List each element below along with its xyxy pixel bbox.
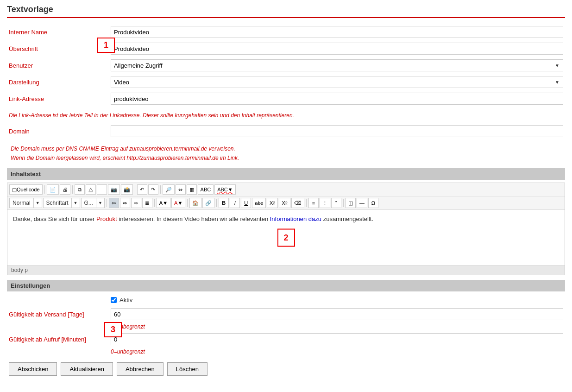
toolbar-btn-undo[interactable]: ↶ bbox=[137, 184, 147, 195]
darstellung-label: Darstellung bbox=[7, 74, 109, 90]
toolbar-btn-paste[interactable]: ⧋ bbox=[86, 184, 96, 195]
font-select-arrow[interactable]: ▼ bbox=[71, 198, 80, 208]
toolbar-btn-copy2[interactable]: ⧉ bbox=[75, 184, 85, 195]
subscript-button[interactable]: X2 bbox=[267, 198, 278, 208]
style-select-arrow[interactable]: ▼ bbox=[33, 198, 42, 208]
size-select-label: G... bbox=[82, 200, 96, 206]
strikethrough-button[interactable]: abc bbox=[252, 198, 266, 208]
table-button[interactable]: ◫ bbox=[346, 198, 356, 208]
aufruf-hint: 0=unbegrenzt bbox=[7, 348, 565, 356]
sep2 bbox=[72, 185, 73, 194]
aufruf-label: Gültigkeit ab Aufruf [Minuten] bbox=[9, 336, 111, 343]
toolbar-btn-print[interactable]: 🖨 bbox=[60, 184, 70, 195]
row-ueberschrift: Überschrift bbox=[7, 40, 565, 57]
domain-table: Domain bbox=[7, 123, 565, 139]
text-part3: interessieren. In diesem Video haben wir… bbox=[117, 215, 270, 222]
editor-statusbar: body p bbox=[7, 266, 565, 275]
row-domain: Domain bbox=[7, 123, 565, 139]
font-select-group: Schriftart ▼ bbox=[43, 198, 80, 208]
sep9 bbox=[306, 199, 307, 207]
text-part1: Danke, dass Sie sich für unser bbox=[13, 215, 96, 222]
superscript-button[interactable]: X2 bbox=[279, 198, 290, 208]
benutzer-select[interactable]: Allgemeine Zugriff bbox=[111, 59, 563, 71]
link-adresse-input[interactable] bbox=[111, 93, 563, 105]
abbrechen-button[interactable]: Abbrechen bbox=[117, 362, 163, 376]
domain-hint2: Wenn die Domain leergelassen wird, ersch… bbox=[9, 153, 563, 163]
interner-name-label: Interner Name bbox=[7, 24, 109, 40]
toolbar-btn-img[interactable]: 📷 bbox=[108, 184, 120, 195]
darstellung-select[interactable]: Video bbox=[111, 76, 563, 88]
row-link-adresse: Link-Adresse bbox=[7, 90, 565, 107]
editor-content-area[interactable]: Danke, dass Sie sich für unser Produkt i… bbox=[7, 210, 565, 266]
size-select-group: G... ▼ bbox=[81, 198, 105, 208]
toolbar-btn-spell2[interactable]: ABC▼ bbox=[214, 184, 236, 195]
domain-hints: Die Domain muss per DNS CNAME-Eintrag au… bbox=[7, 143, 565, 164]
font-color-button[interactable]: A▼ bbox=[157, 198, 170, 208]
ordered-list-button[interactable]: ≡ bbox=[308, 198, 319, 208]
hr-button[interactable]: — bbox=[357, 198, 367, 208]
font-select-label: Schriftart bbox=[44, 200, 71, 206]
unordered-list-button[interactable]: ⋮ bbox=[320, 198, 330, 208]
toolbar-btn-spell[interactable]: ABC bbox=[198, 184, 214, 195]
aktiv-checkbox[interactable] bbox=[111, 297, 117, 303]
toolbar-btn-copy3[interactable]: ⎹ bbox=[97, 184, 107, 195]
align-left-button[interactable]: ⇦ bbox=[109, 198, 119, 208]
size-select-arrow[interactable]: ▼ bbox=[96, 198, 104, 208]
editor-paragraph: Danke, dass Sie sich für unser Produkt i… bbox=[13, 215, 559, 224]
toolbar-btn-img2[interactable]: 📸 bbox=[121, 184, 133, 195]
interner-name-input[interactable] bbox=[111, 26, 563, 38]
highlight-color-button[interactable]: A▼ bbox=[171, 198, 185, 208]
toolbar-btn-replace[interactable]: ⇔ bbox=[176, 184, 186, 195]
text-part5: zusammengestellt. bbox=[321, 215, 373, 222]
text-link-informationen[interactable]: Informationen dazu bbox=[270, 215, 321, 222]
quellcode-icon: ▢ bbox=[12, 187, 17, 193]
ueberschrift-input[interactable] bbox=[111, 43, 563, 55]
sep10 bbox=[343, 199, 344, 207]
link-hint: Die Link-Adresse ist der letzte Teil in … bbox=[7, 111, 565, 120]
aktiv-label[interactable]: Aktiv bbox=[119, 297, 132, 303]
inhaltstext-section-header: Inhaltstext bbox=[7, 168, 565, 180]
toolbar-row-1: ▢ Quellcode 📄 🖨 ⧉ ⧋ ⎹ 📷 📸 ↶ ↷ 🔎 ⇔ ▦ ABC … bbox=[7, 183, 565, 196]
sep8 bbox=[216, 199, 217, 207]
einstellungen-section-header: Einstellungen bbox=[7, 280, 565, 291]
align-justify-button[interactable]: ≣ bbox=[142, 198, 152, 208]
marker-2: 2 bbox=[277, 228, 295, 247]
versand-input[interactable] bbox=[111, 308, 563, 320]
aktualisieren-button[interactable]: Aktualisieren bbox=[61, 362, 113, 376]
sep6 bbox=[154, 199, 155, 207]
marker-1: 1 bbox=[97, 38, 115, 53]
clear-format-button[interactable]: ⌫ bbox=[291, 198, 304, 208]
domain-input[interactable] bbox=[111, 125, 563, 137]
link-button[interactable]: 🔗 bbox=[202, 198, 214, 208]
aufruf-row: Gültigkeit ab Aufruf [Minuten] bbox=[7, 331, 565, 348]
special-char-button[interactable]: Ω bbox=[368, 198, 378, 208]
align-right-button[interactable]: ⇨ bbox=[131, 198, 141, 208]
aktiv-row: Aktiv bbox=[7, 294, 565, 306]
toolbar-btn-table-icon[interactable]: ▦ bbox=[187, 184, 197, 195]
align-center-button[interactable]: ⇔ bbox=[120, 198, 130, 208]
toolbar-btn-find[interactable]: 🔎 bbox=[163, 184, 175, 195]
sep1 bbox=[44, 185, 45, 194]
style-select-group: Normal ▼ bbox=[9, 198, 42, 208]
versand-row: Gültigkeit ab Versand [Tage] bbox=[7, 306, 565, 322]
text-link-produkt[interactable]: Produkt bbox=[96, 215, 117, 222]
image-insert-button[interactable]: 🏠 bbox=[189, 198, 201, 208]
italic-button[interactable]: I bbox=[230, 198, 240, 208]
bold-button[interactable]: B bbox=[219, 198, 229, 208]
quellcode-button[interactable]: ▢ Quellcode bbox=[9, 184, 43, 195]
row-darstellung: Darstellung Video bbox=[7, 74, 565, 90]
blockquote-button[interactable]: “ bbox=[331, 198, 341, 208]
sep7 bbox=[187, 199, 188, 207]
domain-hint1: Die Domain muss per DNS CNAME-Eintrag au… bbox=[9, 144, 563, 153]
underline-button[interactable]: U bbox=[241, 198, 251, 208]
link-adresse-label: Link-Adresse bbox=[7, 90, 109, 107]
aufruf-input[interactable] bbox=[111, 333, 563, 345]
form-table: Interner Name Überschrift Benutzer Allge… bbox=[7, 24, 565, 107]
versand-value bbox=[111, 308, 563, 320]
loeschen-button[interactable]: Löschen bbox=[167, 362, 207, 376]
page-container: Textvorlage 1 Interner Name Überschrift … bbox=[0, 0, 572, 392]
toolbar-btn-redo[interactable]: ↷ bbox=[148, 184, 158, 195]
domain-label: Domain bbox=[7, 123, 109, 139]
abschicken-button[interactable]: Abschicken bbox=[9, 362, 57, 376]
toolbar-btn-doc[interactable]: 📄 bbox=[47, 184, 59, 195]
